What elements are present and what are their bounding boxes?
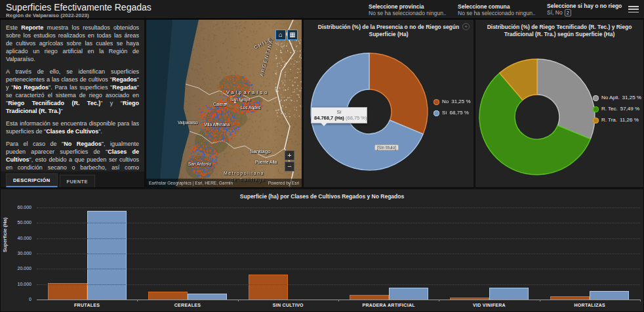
attribution-sources: Earthstar Geographics | Esri, HERE, Garm… (149, 181, 233, 185)
chart-title: Superficie (ha) por Clases de Cultivos R… (1, 189, 643, 200)
legend-percent: 11,26 % (620, 117, 639, 123)
paragraph: Para el caso de "No Regados", igualmente… (6, 141, 139, 171)
y-tick-label: 60.000 (5, 205, 31, 210)
bar-No-SIN CULTIVO[interactable] (249, 275, 288, 300)
legend-percent: 31,25 % (622, 95, 641, 100)
basemap-grid-icon: ▦ (289, 31, 295, 38)
bar-No-CEREALES[interactable] (148, 292, 188, 300)
x-tick (238, 300, 239, 301)
powered-by-esri: Powered by Esri (268, 181, 299, 185)
sin-titulo-label: [Sin título] (374, 145, 399, 150)
dashboard: Superficies Efectivamente Regadas Región… (0, 0, 644, 312)
map-zoom-in-button[interactable]: + (285, 150, 294, 160)
legend-label: Sí (442, 110, 447, 116)
legend-dot-icon (433, 99, 439, 105)
legend-dot-icon (433, 110, 439, 116)
header: Superficies Efectivamente Regadas Región… (0, 0, 644, 19)
donut2-legend: No Apli.31,25 %R. Tec.57,49 %R. Tra.11,2… (593, 95, 641, 128)
donut-slice-No[interactable] (369, 53, 428, 134)
bar-Sí-FRUTALES[interactable] (87, 211, 127, 300)
x-category-label: PRADERA ARTIFICIAL (338, 303, 439, 307)
description-panel: Este Reporte muestra los resultados obte… (0, 19, 145, 188)
bar-No-PRADERA ARTIFICIAL[interactable] (350, 295, 389, 300)
x-tick (137, 300, 138, 301)
riego-type-donut-chart (475, 53, 607, 187)
chart-title: Distribución (%) de la Presencia o no de… (304, 20, 473, 37)
plus-icon: + (287, 151, 291, 159)
bar-chart-panel: Superficie (ha) por Clases de Cultivos R… (0, 189, 644, 312)
bar-Sí-VID VINIFERA[interactable] (489, 288, 529, 300)
x-category-label: VID VINIFERA (439, 303, 539, 307)
x-tick (439, 300, 439, 301)
legend-dot-icon (593, 95, 599, 101)
map-panel[interactable]: Valparaíso CHILE ARGENTINA San Felipe Ca… (146, 19, 302, 188)
legend-item-No[interactable]: No31,25 % (433, 99, 471, 105)
hamburger-menu-icon[interactable] (628, 6, 639, 13)
paragraph: A través de ello, se identifican superfi… (6, 68, 139, 116)
x-category-label: FRUTALES (37, 303, 137, 307)
tab-bar: DESCRIPCIÓN FUENTE (1, 171, 144, 187)
page-subtitle: Región de Valparaíso (2022-2023) (6, 12, 89, 18)
gridline (37, 284, 640, 285)
legend-label: No Apli. (601, 95, 620, 101)
selection-count-badge: 2 (565, 9, 571, 16)
chart-tooltip: Sí 84.768,7 (Ha) (68,75 %) (311, 107, 367, 123)
y-tick-label: 20.000 (5, 266, 31, 271)
riego-presence-donut-panel: Distribución (%) de la Presencia o no de… (303, 19, 474, 188)
legend-label: No (442, 99, 449, 105)
legend-item-R. Tra.[interactable]: R. Tra.11,26 % (593, 117, 641, 123)
y-tick-label: 30.000 (5, 251, 31, 256)
panel-drag-handle-icon[interactable]: + (462, 23, 470, 30)
x-axis-categories: FRUTALESCEREALESSIN CULTIVOPRADERA ARTIF… (37, 303, 640, 307)
chart-title: Distribución (%) de Riego Tecnificado (R… (475, 20, 643, 37)
y-tick-label: 0 (5, 297, 31, 301)
map-attribution: Earthstar Geographics | Esri, HERE, Garm… (146, 179, 302, 187)
legend-dot-icon (593, 106, 599, 112)
x-category-label: HORTALIZAS (540, 303, 640, 307)
x-category-label: SIN CULTIVO (238, 303, 338, 307)
legend-percent: 68,75 % (450, 110, 469, 116)
tab-fuente[interactable]: FUENTE (60, 175, 95, 187)
bar-plot: 010.00020.00030.00040.00050.00060.000 (37, 208, 640, 300)
legend-dot-icon (593, 118, 599, 123)
commune-selector[interactable]: Seleccione comuna No se ha seleccionado … (458, 3, 535, 16)
paragraph: Esta información se encuentra disponible… (6, 120, 139, 136)
page-title: Superficies Efectivamente Regadas (6, 2, 151, 12)
y-tick-label: 50.000 (5, 220, 31, 225)
gridline (37, 254, 640, 254)
x-category-label: CEREALES (137, 303, 237, 307)
irrigation-selector[interactable]: Seleccione si hay o no riego Sí, No2 (547, 3, 624, 16)
legend-item-No Apli.[interactable]: No Apli.31,25 % (593, 95, 641, 101)
paragraph: Este Reporte muestra los resultados obte… (6, 24, 139, 64)
legend-item-R. Tec.[interactable]: R. Tec.57,49 % (593, 106, 641, 112)
bar-Sí-CEREALES[interactable] (188, 294, 227, 300)
x-tick (640, 300, 641, 301)
gridline (37, 223, 640, 223)
map-zoom-out-button[interactable]: − (285, 162, 294, 171)
x-tick (338, 300, 339, 301)
y-tick-label: 10.000 (5, 282, 31, 286)
map-basemap-button[interactable]: ▦ (287, 30, 298, 40)
header-selectors: Seleccione provincia No se ha selecciona… (369, 0, 624, 19)
map-canvas[interactable] (146, 20, 302, 188)
legend-label: R. Tra. (601, 117, 617, 123)
province-selector[interactable]: Seleccione provincia No se ha selecciona… (369, 3, 446, 16)
legend-label: R. Tec. (601, 106, 618, 112)
bar-Sí-HORTALIZAS[interactable] (590, 291, 629, 300)
home-icon: ⌂ (279, 31, 283, 38)
legend-item-Sí[interactable]: Sí68,75 % (433, 110, 471, 116)
donut-slice-No Apli.[interactable] (537, 59, 595, 139)
x-tick (540, 300, 540, 301)
legend-percent: 31,25 % (451, 99, 470, 104)
gridline (37, 238, 640, 239)
gridline (37, 208, 640, 208)
riego-type-donut-panel: Distribución (%) de Riego Tecnificado (R… (475, 19, 644, 188)
legend-percent: 57,49 % (620, 106, 639, 112)
donut1-legend: No31,25 %Sí68,75 % (433, 99, 471, 121)
description-text: Este Reporte muestra los resultados obte… (1, 20, 144, 171)
bar-No-FRUTALES[interactable] (48, 283, 87, 300)
minus-icon: − (287, 162, 291, 170)
bar-Sí-PRADERA ARTIFICIAL[interactable] (389, 288, 428, 300)
tab-descripcion[interactable]: DESCRIPCIÓN (6, 173, 58, 187)
map-home-button[interactable]: ⌂ (275, 30, 286, 40)
